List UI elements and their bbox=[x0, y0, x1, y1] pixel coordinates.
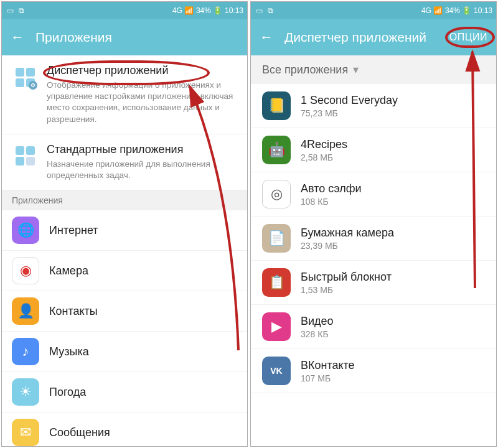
app-icon-music: ♪ bbox=[12, 338, 39, 365]
network-label: 4G bbox=[421, 6, 431, 15]
app-size: 328 КБ bbox=[301, 329, 334, 339]
app-name: Видео bbox=[301, 315, 334, 328]
app-icon-camera: ◉ bbox=[12, 257, 39, 284]
app-icon: 📄 bbox=[262, 224, 291, 253]
battery-label: 34% bbox=[196, 6, 211, 15]
app-list: 🌐 Интернет ◉ Камера 👤 Контакты ♪ Музыка … bbox=[2, 210, 247, 446]
battery-icon: 🔋 bbox=[463, 6, 471, 15]
app-size: 107 МБ bbox=[301, 373, 355, 383]
app-icon-messages: ✉ bbox=[12, 419, 39, 446]
section-title: Стандартные приложения bbox=[47, 143, 236, 156]
back-icon[interactable]: ← bbox=[11, 29, 24, 45]
app-size: 75,23 МБ bbox=[301, 108, 398, 118]
app-size: 23,39 МБ bbox=[301, 241, 394, 251]
list-item[interactable]: ◎ Авто сэлфи 108 КБ bbox=[251, 172, 496, 217]
clock-label: 10:13 bbox=[474, 6, 492, 15]
status-bar: ▭ ⧉ 4G 📶 34% 🔋 10:13 bbox=[2, 2, 247, 19]
app-icon-weather: ☀ bbox=[12, 378, 39, 406]
content-area: ⚙ Диспетчер приложений Отображение инфор… bbox=[2, 55, 247, 446]
app-size: 108 КБ bbox=[301, 197, 362, 207]
app-icon-contacts: 👤 bbox=[12, 297, 39, 325]
titlebar: ← Приложения bbox=[2, 19, 247, 55]
list-item[interactable]: ✉ Сообщения bbox=[2, 413, 247, 446]
signal-icon: 📶 bbox=[434, 6, 443, 15]
screenshot-icon: ⧉ bbox=[17, 6, 26, 15]
section-default-apps[interactable]: Стандартные приложения Назначение прилож… bbox=[2, 134, 247, 190]
list-item[interactable]: 📄 Бумажная камера 23,39 МБ bbox=[251, 217, 496, 261]
tiles-icon bbox=[14, 146, 35, 167]
list-item[interactable]: ▶ Видео 328 КБ bbox=[251, 305, 496, 349]
app-icon: 📒 bbox=[262, 91, 291, 120]
sim-icon: ▭ bbox=[255, 6, 263, 15]
chevron-down-icon: ▾ bbox=[353, 63, 359, 77]
app-icon-internet: 🌐 bbox=[12, 217, 39, 244]
app-label: Погода bbox=[49, 386, 86, 399]
app-name: Быстрый блокнот bbox=[301, 271, 392, 284]
group-header-apps: Приложения bbox=[2, 190, 247, 210]
network-label: 4G bbox=[172, 6, 182, 15]
clock-label: 10:13 bbox=[225, 6, 243, 15]
list-item[interactable]: 📒 1 Second Everyday 75,23 МБ bbox=[251, 84, 496, 128]
section-title: Диспетчер приложений bbox=[47, 64, 236, 77]
sim-icon: ▭ bbox=[6, 6, 14, 15]
app-label: Камера bbox=[49, 264, 88, 278]
app-icon: 📋 bbox=[262, 268, 291, 297]
app-size: 1,53 МБ bbox=[301, 285, 392, 295]
section-desc: Назначение приложений для выполнения опр… bbox=[47, 159, 236, 181]
filter-dropdown[interactable]: Все приложения ▾ bbox=[251, 55, 496, 84]
app-name: Бумажная камера bbox=[301, 226, 394, 240]
back-icon[interactable]: ← bbox=[260, 29, 273, 45]
list-item[interactable]: 📋 Быстрый блокнот 1,53 МБ bbox=[251, 261, 496, 305]
screenshot-icon: ⧉ bbox=[266, 6, 275, 15]
options-button[interactable]: ОПЦИИ bbox=[449, 32, 487, 43]
app-label: Сообщения bbox=[49, 426, 110, 439]
app-size: 2,58 МБ bbox=[301, 152, 347, 162]
app-name: 1 Second Everyday bbox=[301, 94, 398, 107]
content-area: Все приложения ▾ 📒 1 Second Everyday 75,… bbox=[251, 55, 496, 446]
list-item[interactable]: 👤 Контакты bbox=[2, 291, 247, 332]
filter-label: Все приложения bbox=[262, 63, 348, 77]
list-item[interactable]: ◉ Камера bbox=[2, 251, 247, 291]
app-name: ВКонтакте bbox=[301, 359, 355, 372]
page-title: Диспетчер приложений bbox=[284, 30, 426, 45]
app-icon: VK bbox=[262, 357, 291, 385]
battery-icon: 🔋 bbox=[214, 6, 222, 15]
status-bar: ▭ ⧉ 4G 📶 34% 🔋 10:13 bbox=[251, 2, 496, 19]
phone-right: ▭ ⧉ 4G 📶 34% 🔋 10:13 ← Диспетчер приложе… bbox=[250, 1, 497, 447]
app-name: Авто сэлфи bbox=[301, 182, 362, 195]
phone-left: ▭ ⧉ 4G 📶 34% 🔋 10:13 ← Приложения ⚙ Дисп… bbox=[1, 1, 248, 447]
app-label: Контакты bbox=[49, 305, 98, 318]
list-item[interactable]: ♪ Музыка bbox=[2, 332, 247, 372]
app-icon: ◎ bbox=[262, 180, 291, 208]
list-item[interactable]: 🌐 Интернет bbox=[2, 210, 247, 251]
section-desc: Отображение информации о приложениях и у… bbox=[47, 80, 236, 125]
battery-label: 34% bbox=[445, 6, 460, 15]
signal-icon: 📶 bbox=[185, 6, 194, 15]
manager-app-list: 📒 1 Second Everyday 75,23 МБ 🤖 4Recipes … bbox=[251, 84, 496, 393]
list-item[interactable]: 🤖 4Recipes 2,58 МБ bbox=[251, 128, 496, 172]
app-label: Музыка bbox=[49, 345, 89, 358]
list-item[interactable]: ☀ Погода bbox=[2, 372, 247, 413]
titlebar: ← Диспетчер приложений ОПЦИИ bbox=[251, 19, 496, 55]
app-icon: ▶ bbox=[262, 312, 291, 341]
app-icon: 🤖 bbox=[262, 136, 291, 164]
list-item[interactable]: VK ВКонтакте 107 МБ bbox=[251, 349, 496, 393]
app-label: Интернет bbox=[49, 224, 98, 237]
page-title: Приложения bbox=[35, 30, 112, 45]
section-app-manager[interactable]: ⚙ Диспетчер приложений Отображение инфор… bbox=[2, 55, 247, 134]
app-name: 4Recipes bbox=[301, 138, 347, 151]
tiles-gear-icon: ⚙ bbox=[14, 67, 35, 88]
